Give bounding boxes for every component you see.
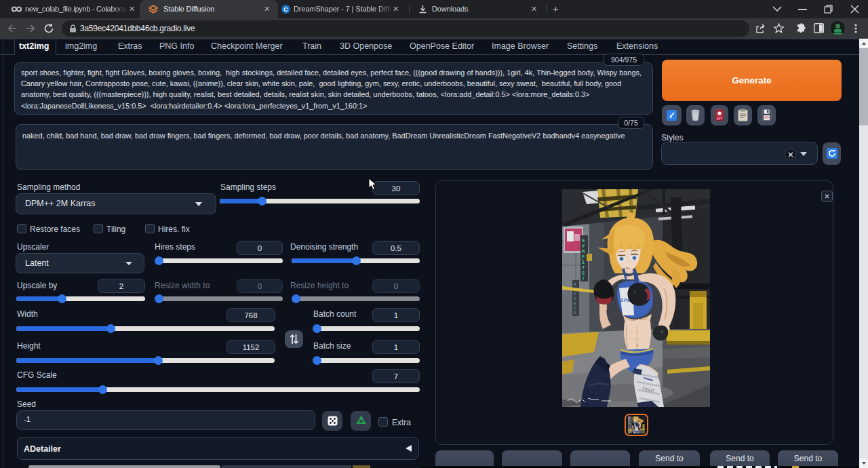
svg-text:C: C (283, 6, 288, 13)
